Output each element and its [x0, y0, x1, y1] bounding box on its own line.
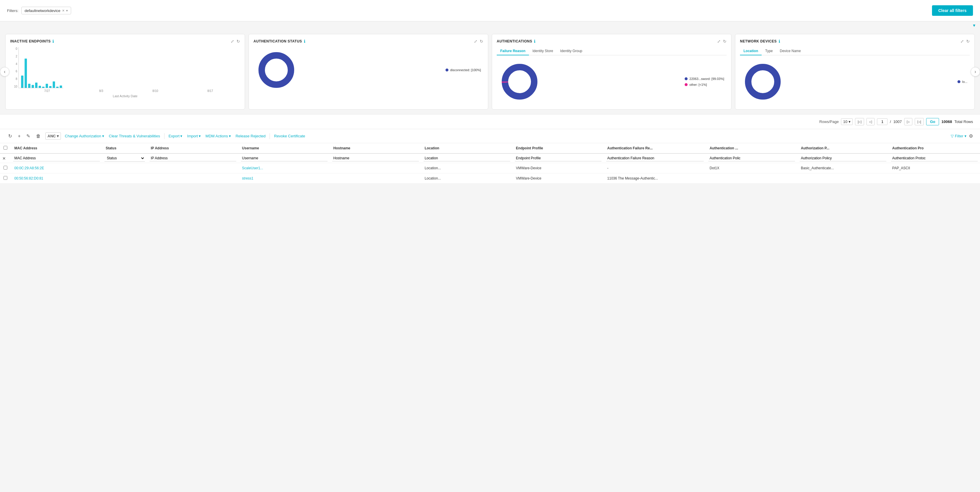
filter-button[interactable]: ▽ Filter ▾ — [951, 134, 967, 138]
tab-location[interactable]: Location — [740, 47, 762, 55]
row2-checkbox-cell[interactable] — [0, 174, 11, 184]
filter-bar: Filters: defaultnetworkdevice × ▾ Clear … — [0, 0, 980, 21]
tab-identity-store[interactable]: Identity Store — [529, 47, 557, 55]
header-select-all[interactable] — [0, 143, 11, 153]
export-button[interactable]: Export ▾ — [168, 133, 183, 139]
clear-threats-button[interactable]: Clear Threats & Vulnerabilities — [108, 133, 161, 139]
table-row: 00:0C:29:A8:56:2E ScaleUser1... Location… — [0, 163, 980, 174]
clear-threats-label: Clear Threats & Vulnerabilities — [109, 134, 160, 138]
row1-mac-link[interactable]: 00:0C:29:A8:56:2E — [14, 166, 44, 170]
expand-icon-auth2[interactable]: ⤢ — [717, 39, 721, 44]
delete-button[interactable]: 🗑 — [35, 132, 42, 140]
filter-auth-policy[interactable] — [706, 153, 797, 163]
filter-location-input[interactable] — [423, 155, 510, 161]
clear-filters-button[interactable]: Clear all filters — [932, 5, 973, 16]
row2-checkbox[interactable] — [3, 176, 7, 180]
mdm-actions-button[interactable]: MDM Actions ▾ — [205, 133, 232, 139]
filter-username[interactable] — [239, 153, 330, 163]
refresh-icon-inactive[interactable]: ↻ — [237, 39, 240, 44]
tab-failure-reason[interactable]: Failure Reason — [497, 47, 529, 55]
filter-username-input[interactable] — [241, 155, 328, 161]
revoke-cert-button[interactable]: Revoke Certificate — [274, 133, 305, 139]
filter-status[interactable]: Status — [102, 153, 147, 163]
filter-ip-input[interactable] — [150, 155, 236, 161]
page-number-input[interactable] — [877, 118, 888, 125]
next-page-btn[interactable]: ▷ — [904, 118, 912, 125]
filter-hostname[interactable] — [330, 153, 421, 163]
filter-chip-arrow[interactable]: ▾ — [66, 9, 68, 13]
filter-auth-policy-input[interactable] — [708, 155, 795, 161]
cards-nav-left[interactable]: ‹ — [0, 67, 10, 76]
filter-mac-input[interactable] — [13, 155, 100, 161]
tab-type[interactable]: Type — [762, 47, 776, 55]
row2-location: Location... — [421, 174, 512, 184]
row1-ip — [147, 163, 239, 174]
filter-label: Filter — [955, 134, 963, 138]
row1-checkbox[interactable] — [3, 166, 7, 170]
rows-page-label: Rows/Page — [819, 119, 838, 124]
row2-auth-failure: 11036 The Message-Authentic... — [604, 174, 706, 184]
card-title-inactive-endpoints: INACTIVE ENDPOINTS — [10, 39, 51, 43]
anc-dropdown[interactable]: ANC ▾ — [45, 132, 60, 140]
info-icon-authentications[interactable]: ℹ — [534, 39, 535, 44]
release-rejected-button[interactable]: Release Rejected — [235, 133, 266, 139]
filter-mac[interactable] — [11, 153, 102, 163]
expand-icon-inactive[interactable]: ⤢ — [231, 39, 234, 44]
row2-mac-link[interactable]: 00:50:56:82:D0:81 — [14, 176, 43, 180]
edit-button[interactable]: ✎ — [25, 132, 31, 140]
import-button[interactable]: Import ▾ — [186, 133, 201, 139]
row1-username-link[interactable]: ScaleUser1... — [242, 166, 263, 170]
filter-authz-policy-input[interactable] — [800, 155, 886, 161]
filter-ip[interactable] — [147, 153, 239, 163]
prev-page-btn[interactable]: ◁ — [866, 118, 875, 125]
refresh-icon-auth2[interactable]: ↻ — [723, 39, 727, 44]
row1-checkbox-cell[interactable] — [0, 163, 11, 174]
info-icon-network[interactable]: ℹ — [779, 39, 780, 44]
legend-dot-disconnected — [445, 68, 449, 72]
collapse-arrow-icon[interactable]: ▾ — [973, 22, 975, 28]
info-icon-inactive[interactable]: ℹ — [52, 39, 54, 44]
refresh-button[interactable]: ↻ — [7, 132, 13, 140]
last-page-btn[interactable]: ▷| — [915, 118, 924, 125]
filter-auth-protocol[interactable] — [889, 153, 980, 163]
row2-username-link[interactable]: stress1 — [242, 176, 253, 180]
first-page-btn[interactable]: |◁ — [855, 118, 864, 125]
tab-device-name[interactable]: Device Name — [776, 47, 804, 55]
filter-close[interactable]: ✕ — [0, 153, 11, 163]
go-button[interactable]: Go — [926, 118, 939, 125]
row1-hostname — [330, 163, 421, 174]
filter-hostname-input[interactable] — [332, 155, 419, 161]
filter-auth-failure[interactable] — [604, 153, 706, 163]
mdm-actions-label: MDM Actions — [205, 134, 228, 138]
filter-auth-failure-input[interactable] — [606, 155, 704, 161]
filter-authz-policy[interactable] — [797, 153, 889, 163]
refresh-icon-auth[interactable]: ↻ — [480, 39, 483, 44]
filter-endpoint-profile[interactable] — [512, 153, 604, 163]
settings-button[interactable]: ⚙ — [969, 133, 973, 139]
filter-status-select[interactable]: Status — [105, 155, 145, 162]
rows-per-page-select[interactable]: 10 ▾ — [841, 118, 853, 125]
cards-nav-right[interactable]: › — [970, 67, 980, 76]
header-auth-protocol: Authentication Pro — [889, 143, 980, 153]
filter-endpoint-profile-input[interactable] — [515, 155, 601, 161]
select-all-checkbox[interactable] — [3, 146, 7, 150]
bar-chart-inactive: 1086420 — [10, 47, 240, 98]
filter-location[interactable] — [421, 153, 512, 163]
tab-identity-group[interactable]: Identity Group — [557, 47, 586, 55]
expand-icon-auth[interactable]: ⤢ — [474, 39, 477, 44]
expand-icon-network[interactable]: ⤢ — [960, 39, 964, 44]
row2-authz-policy — [797, 174, 889, 184]
filter-chip-remove[interactable]: × — [62, 8, 64, 13]
card-title-row: INACTIVE ENDPOINTS ℹ — [10, 39, 54, 44]
row1-auth-protocol: PAP_ASCII — [889, 163, 980, 174]
add-button[interactable]: + — [17, 132, 22, 140]
filter-auth-protocol-input[interactable] — [891, 155, 978, 161]
info-icon-auth-status[interactable]: ℹ — [304, 39, 305, 44]
collapse-bar: ▾ — [0, 21, 980, 29]
row2-hostname — [330, 174, 421, 184]
header-location: Location — [421, 143, 512, 153]
row2-status — [102, 174, 147, 184]
refresh-icon-network[interactable]: ↻ — [966, 39, 970, 44]
change-authorization-button[interactable]: Change Authorization ▾ — [64, 133, 105, 139]
filter-chip[interactable]: defaultnetworkdevice × ▾ — [21, 7, 71, 14]
